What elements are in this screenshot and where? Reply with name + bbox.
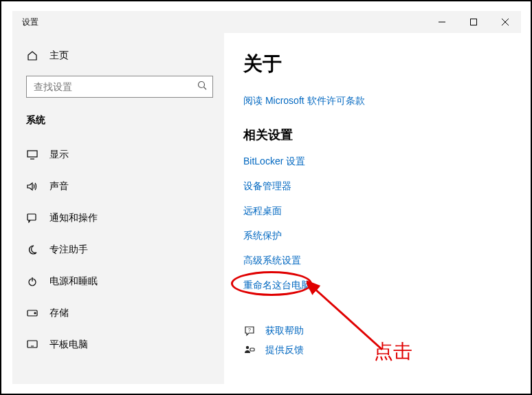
storage-icon	[26, 307, 38, 319]
get-help-label: 获取帮助	[265, 325, 304, 337]
category-title: 系统	[12, 107, 224, 139]
feedback-label: 提供反馈	[265, 344, 304, 356]
maximize-icon	[470, 19, 477, 25]
sidebar-item-label: 通知和操作	[49, 212, 98, 224]
system-protection-link[interactable]: 系统保护	[243, 230, 521, 242]
svg-rect-1	[471, 19, 477, 25]
minimize-icon	[439, 19, 445, 25]
focus-assist-icon	[26, 244, 38, 256]
bitlocker-link[interactable]: BitLocker 设置	[243, 156, 521, 168]
svg-point-16	[246, 346, 249, 349]
sound-icon	[26, 180, 38, 193]
power-icon	[26, 275, 38, 288]
sidebar-item-label: 电源和睡眠	[49, 275, 98, 288]
main-panel: 关于 阅读 Microsoft 软件许可条款 相关设置 BitLocker 设置…	[224, 33, 521, 384]
close-icon	[502, 19, 509, 25]
tablet-icon	[26, 339, 38, 351]
sidebar-item-label: 声音	[49, 180, 69, 193]
sidebar: 主页 系统 显示 声音	[12, 33, 224, 384]
sidebar-item-tablet[interactable]: 平板电脑	[12, 329, 224, 361]
svg-point-12	[34, 312, 36, 314]
notification-icon	[26, 212, 38, 224]
sidebar-item-label: 平板电脑	[49, 339, 88, 351]
svg-rect-8	[27, 214, 36, 220]
search-input-wrapper[interactable]	[26, 76, 213, 98]
minimize-button[interactable]	[426, 11, 458, 33]
maximize-button[interactable]	[458, 11, 489, 33]
display-icon	[26, 149, 38, 161]
advanced-system-settings-link[interactable]: 高级系统设置	[243, 255, 521, 267]
feedback-link[interactable]: 提供反馈	[243, 344, 521, 356]
sidebar-item-sound[interactable]: 声音	[12, 171, 224, 202]
rename-pc-link[interactable]: 重命名这台电脑	[243, 279, 521, 292]
related-settings-title: 相关设置	[243, 127, 521, 143]
svg-point-4	[199, 82, 205, 88]
titlebar: 设置	[12, 11, 521, 33]
sidebar-item-label: 显示	[49, 149, 69, 161]
svg-rect-6	[27, 151, 37, 157]
sidebar-item-label: 存储	[49, 307, 69, 319]
device-manager-link[interactable]: 设备管理器	[243, 180, 521, 193]
sidebar-item-storage[interactable]: 存储	[12, 297, 224, 329]
search-icon	[197, 81, 207, 93]
feedback-icon	[243, 344, 256, 356]
sidebar-item-notifications[interactable]: 通知和操作	[12, 202, 224, 234]
license-link[interactable]: 阅读 Microsoft 软件许可条款	[243, 95, 521, 107]
window-title: 设置	[12, 17, 38, 28]
settings-window: 设置 主页	[12, 11, 521, 384]
sidebar-item-power[interactable]: 电源和睡眠	[12, 266, 224, 297]
close-button[interactable]	[489, 11, 521, 33]
svg-rect-17	[250, 348, 254, 351]
sidebar-item-label: 专注助手	[49, 244, 88, 256]
home-label: 主页	[49, 50, 69, 62]
svg-text:?: ?	[248, 328, 251, 332]
svg-line-5	[204, 87, 207, 90]
search-input[interactable]	[27, 76, 212, 97]
home-nav[interactable]: 主页	[12, 40, 224, 72]
remote-desktop-link[interactable]: 远程桌面	[243, 205, 521, 217]
home-icon	[26, 50, 38, 62]
page-title: 关于	[243, 51, 521, 77]
sidebar-item-focus-assist[interactable]: 专注助手	[12, 234, 224, 266]
svg-rect-14	[31, 346, 34, 347]
sidebar-item-display[interactable]: 显示	[12, 139, 224, 171]
get-help-icon: ?	[243, 325, 256, 337]
get-help-link[interactable]: ? 获取帮助	[243, 325, 521, 337]
